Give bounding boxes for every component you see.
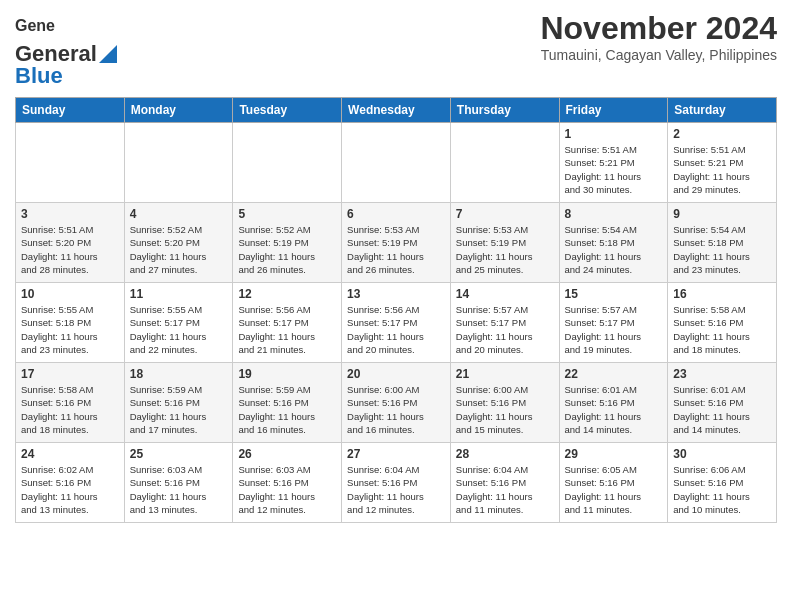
calendar-day: 17Sunrise: 5:58 AM Sunset: 5:16 PM Dayli… [16, 363, 125, 443]
weekday-header-thursday: Thursday [450, 98, 559, 123]
location: Tumauini, Cagayan Valley, Philippines [540, 47, 777, 63]
svg-marker-1 [99, 45, 117, 63]
calendar-day: 15Sunrise: 5:57 AM Sunset: 5:17 PM Dayli… [559, 283, 668, 363]
calendar-day: 5Sunrise: 5:52 AM Sunset: 5:19 PM Daylig… [233, 203, 342, 283]
day-number: 5 [238, 207, 336, 221]
weekday-header-saturday: Saturday [668, 98, 777, 123]
day-info: Sunrise: 6:06 AM Sunset: 5:16 PM Dayligh… [673, 463, 771, 516]
day-number: 26 [238, 447, 336, 461]
day-info: Sunrise: 5:54 AM Sunset: 5:18 PM Dayligh… [673, 223, 771, 276]
calendar-day: 22Sunrise: 6:01 AM Sunset: 5:16 PM Dayli… [559, 363, 668, 443]
day-number: 29 [565, 447, 663, 461]
day-info: Sunrise: 5:53 AM Sunset: 5:19 PM Dayligh… [347, 223, 445, 276]
calendar-day: 13Sunrise: 5:56 AM Sunset: 5:17 PM Dayli… [342, 283, 451, 363]
calendar-day: 7Sunrise: 5:53 AM Sunset: 5:19 PM Daylig… [450, 203, 559, 283]
day-number: 3 [21, 207, 119, 221]
day-info: Sunrise: 5:57 AM Sunset: 5:17 PM Dayligh… [565, 303, 663, 356]
day-info: Sunrise: 5:59 AM Sunset: 5:16 PM Dayligh… [130, 383, 228, 436]
calendar-day: 23Sunrise: 6:01 AM Sunset: 5:16 PM Dayli… [668, 363, 777, 443]
day-info: Sunrise: 5:51 AM Sunset: 5:20 PM Dayligh… [21, 223, 119, 276]
day-info: Sunrise: 6:03 AM Sunset: 5:16 PM Dayligh… [130, 463, 228, 516]
day-info: Sunrise: 5:56 AM Sunset: 5:17 PM Dayligh… [347, 303, 445, 356]
day-number: 22 [565, 367, 663, 381]
calendar-day [16, 123, 125, 203]
calendar-day: 26Sunrise: 6:03 AM Sunset: 5:16 PM Dayli… [233, 443, 342, 523]
calendar-day: 10Sunrise: 5:55 AM Sunset: 5:18 PM Dayli… [16, 283, 125, 363]
calendar-day: 12Sunrise: 5:56 AM Sunset: 5:17 PM Dayli… [233, 283, 342, 363]
calendar-day: 14Sunrise: 5:57 AM Sunset: 5:17 PM Dayli… [450, 283, 559, 363]
calendar-week-5: 24Sunrise: 6:02 AM Sunset: 5:16 PM Dayli… [16, 443, 777, 523]
day-number: 4 [130, 207, 228, 221]
calendar-week-4: 17Sunrise: 5:58 AM Sunset: 5:16 PM Dayli… [16, 363, 777, 443]
page-header: General General Blue November 2024 Tumau… [15, 10, 777, 89]
weekday-header-sunday: Sunday [16, 98, 125, 123]
day-number: 13 [347, 287, 445, 301]
day-number: 27 [347, 447, 445, 461]
calendar-day: 6Sunrise: 5:53 AM Sunset: 5:19 PM Daylig… [342, 203, 451, 283]
day-info: Sunrise: 6:02 AM Sunset: 5:16 PM Dayligh… [21, 463, 119, 516]
day-number: 28 [456, 447, 554, 461]
day-number: 6 [347, 207, 445, 221]
day-number: 23 [673, 367, 771, 381]
weekday-header-row: SundayMondayTuesdayWednesdayThursdayFrid… [16, 98, 777, 123]
calendar-week-3: 10Sunrise: 5:55 AM Sunset: 5:18 PM Dayli… [16, 283, 777, 363]
day-info: Sunrise: 6:04 AM Sunset: 5:16 PM Dayligh… [456, 463, 554, 516]
day-number: 12 [238, 287, 336, 301]
weekday-header-monday: Monday [124, 98, 233, 123]
day-info: Sunrise: 6:00 AM Sunset: 5:16 PM Dayligh… [347, 383, 445, 436]
day-info: Sunrise: 5:54 AM Sunset: 5:18 PM Dayligh… [565, 223, 663, 276]
calendar-day: 21Sunrise: 6:00 AM Sunset: 5:16 PM Dayli… [450, 363, 559, 443]
calendar-day: 16Sunrise: 5:58 AM Sunset: 5:16 PM Dayli… [668, 283, 777, 363]
day-number: 15 [565, 287, 663, 301]
calendar-day [233, 123, 342, 203]
calendar-day: 3Sunrise: 5:51 AM Sunset: 5:20 PM Daylig… [16, 203, 125, 283]
logo-blue: Blue [15, 63, 63, 89]
calendar-day: 9Sunrise: 5:54 AM Sunset: 5:18 PM Daylig… [668, 203, 777, 283]
day-number: 9 [673, 207, 771, 221]
month-title: November 2024 [540, 10, 777, 47]
logo: General General Blue [15, 15, 117, 89]
day-info: Sunrise: 6:03 AM Sunset: 5:16 PM Dayligh… [238, 463, 336, 516]
calendar-week-2: 3Sunrise: 5:51 AM Sunset: 5:20 PM Daylig… [16, 203, 777, 283]
day-number: 20 [347, 367, 445, 381]
calendar-day [450, 123, 559, 203]
calendar-day [124, 123, 233, 203]
day-number: 16 [673, 287, 771, 301]
logo-icon: General [15, 15, 55, 39]
calendar-day: 30Sunrise: 6:06 AM Sunset: 5:16 PM Dayli… [668, 443, 777, 523]
day-number: 17 [21, 367, 119, 381]
day-info: Sunrise: 5:56 AM Sunset: 5:17 PM Dayligh… [238, 303, 336, 356]
day-info: Sunrise: 5:55 AM Sunset: 5:18 PM Dayligh… [21, 303, 119, 356]
weekday-header-tuesday: Tuesday [233, 98, 342, 123]
day-number: 11 [130, 287, 228, 301]
day-info: Sunrise: 5:53 AM Sunset: 5:19 PM Dayligh… [456, 223, 554, 276]
day-number: 2 [673, 127, 771, 141]
day-info: Sunrise: 6:00 AM Sunset: 5:16 PM Dayligh… [456, 383, 554, 436]
calendar-day: 28Sunrise: 6:04 AM Sunset: 5:16 PM Dayli… [450, 443, 559, 523]
calendar-day: 20Sunrise: 6:00 AM Sunset: 5:16 PM Dayli… [342, 363, 451, 443]
day-info: Sunrise: 5:51 AM Sunset: 5:21 PM Dayligh… [565, 143, 663, 196]
calendar-day: 25Sunrise: 6:03 AM Sunset: 5:16 PM Dayli… [124, 443, 233, 523]
calendar-week-1: 1Sunrise: 5:51 AM Sunset: 5:21 PM Daylig… [16, 123, 777, 203]
day-number: 10 [21, 287, 119, 301]
day-info: Sunrise: 5:57 AM Sunset: 5:17 PM Dayligh… [456, 303, 554, 356]
day-info: Sunrise: 6:01 AM Sunset: 5:16 PM Dayligh… [565, 383, 663, 436]
calendar-day: 1Sunrise: 5:51 AM Sunset: 5:21 PM Daylig… [559, 123, 668, 203]
day-number: 21 [456, 367, 554, 381]
weekday-header-wednesday: Wednesday [342, 98, 451, 123]
calendar-day [342, 123, 451, 203]
day-number: 18 [130, 367, 228, 381]
day-number: 8 [565, 207, 663, 221]
calendar-day: 29Sunrise: 6:05 AM Sunset: 5:16 PM Dayli… [559, 443, 668, 523]
weekday-header-friday: Friday [559, 98, 668, 123]
day-info: Sunrise: 5:52 AM Sunset: 5:19 PM Dayligh… [238, 223, 336, 276]
day-number: 1 [565, 127, 663, 141]
calendar-day: 18Sunrise: 5:59 AM Sunset: 5:16 PM Dayli… [124, 363, 233, 443]
calendar-day: 2Sunrise: 5:51 AM Sunset: 5:21 PM Daylig… [668, 123, 777, 203]
logo-triangle-icon [99, 45, 117, 63]
calendar-day: 8Sunrise: 5:54 AM Sunset: 5:18 PM Daylig… [559, 203, 668, 283]
day-info: Sunrise: 5:52 AM Sunset: 5:20 PM Dayligh… [130, 223, 228, 276]
day-info: Sunrise: 5:58 AM Sunset: 5:16 PM Dayligh… [21, 383, 119, 436]
calendar-table: SundayMondayTuesdayWednesdayThursdayFrid… [15, 97, 777, 523]
day-info: Sunrise: 5:55 AM Sunset: 5:17 PM Dayligh… [130, 303, 228, 356]
